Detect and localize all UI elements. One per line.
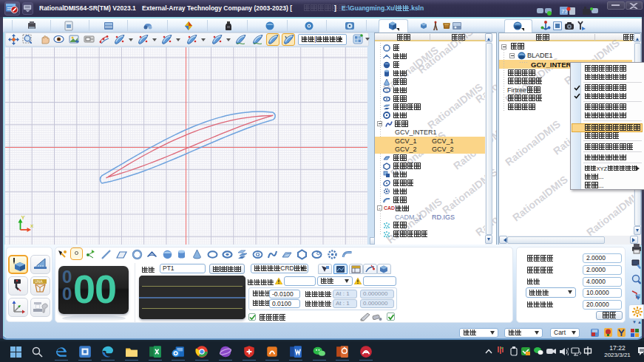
svg-text:x: x bbox=[30, 222, 34, 229]
svg-text:UNA: UNA bbox=[35, 279, 43, 284]
svg-text:Y: Y bbox=[21, 214, 26, 221]
